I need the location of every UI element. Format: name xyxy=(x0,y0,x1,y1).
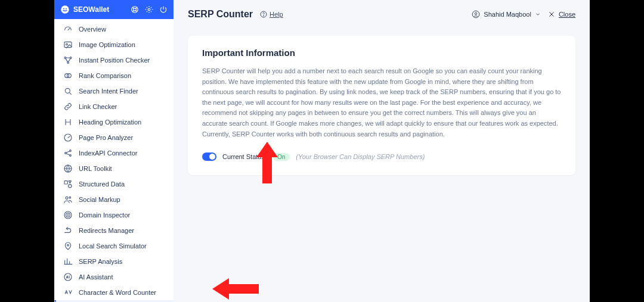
app-frame: SEOWallet OverviewImage OptimizationInst… xyxy=(54,0,590,302)
svg-point-13 xyxy=(65,88,70,93)
sidebar-item-label: Page Pro Analyzer xyxy=(79,134,133,141)
user-menu[interactable]: Shahid Maqbool xyxy=(472,10,541,18)
sidebar-item-label: Social Markup xyxy=(79,196,120,203)
sidebar-item-indexapi-connector[interactable]: IndexAPI Connector xyxy=(54,145,174,161)
svg-point-21 xyxy=(66,197,68,199)
sidebar-item-rank-comparison[interactable]: Rank Comparison xyxy=(54,68,174,83)
sidebar: SEOWallet OverviewImage OptimizationInst… xyxy=(54,0,174,302)
sidebar-item-label: Structured Data xyxy=(79,180,125,188)
close-button[interactable]: Close xyxy=(548,11,575,18)
sidebar-item-structured-data[interactable]: Structured Data xyxy=(54,176,174,192)
svg-point-2 xyxy=(66,8,67,10)
location-search-icon xyxy=(63,241,73,251)
svg-point-30 xyxy=(473,11,480,18)
sidebar-item-local-search-simulator[interactable]: Local Search Simulator xyxy=(54,238,174,254)
svg-point-20 xyxy=(69,185,72,188)
info-card: Important Information SERP Counter will … xyxy=(188,36,575,175)
sidebar-header-actions xyxy=(131,5,168,14)
main-pane: SERP Counter Help Shahid Maqbool Close I… xyxy=(174,0,590,302)
card-heading: Important Information xyxy=(202,48,561,58)
status-row: Current Status: On (Your Browser Can Dis… xyxy=(202,152,561,161)
sidebar-item-label: Search Intent Finder xyxy=(79,88,138,95)
close-icon xyxy=(548,11,555,18)
sidebar-item-label: SERP Analysis xyxy=(79,258,122,265)
status-toggle[interactable] xyxy=(202,152,216,161)
sidebar-item-label: URL Toolkit xyxy=(79,165,112,172)
svg-point-25 xyxy=(67,214,68,215)
svg-point-26 xyxy=(67,244,69,246)
sidebar-item-image-optimization[interactable]: Image Optimization xyxy=(54,37,174,52)
svg-point-4 xyxy=(134,8,137,11)
sidebar-item-label: Domain Inspector xyxy=(79,211,130,219)
speedometer-icon xyxy=(63,24,73,34)
status-hint: (Your Browser Can Display SERP Numbers) xyxy=(296,153,425,160)
status-pill: On xyxy=(273,153,290,161)
svg-point-23 xyxy=(64,211,72,219)
help-circle-icon xyxy=(260,11,267,18)
search-icon xyxy=(63,86,73,96)
share-icon xyxy=(63,148,73,158)
gear-icon[interactable] xyxy=(145,5,153,14)
sidebar-item-label: Heading Optimization xyxy=(79,119,141,126)
sidebar-item-domain-inspector[interactable]: Domain Inspector xyxy=(54,207,174,223)
svg-point-24 xyxy=(66,213,70,217)
help-label: Help xyxy=(270,11,283,18)
svg-point-1 xyxy=(63,8,64,10)
svg-point-22 xyxy=(69,197,71,198)
sidebar-item-link-checker[interactable]: Link Checker xyxy=(54,99,174,114)
sidebar-item-label: Character & Word Counter xyxy=(79,289,156,296)
sidebar-item-label: Rank Comparison xyxy=(79,72,131,79)
brand[interactable]: SEOWallet xyxy=(60,5,131,14)
svg-point-5 xyxy=(148,8,150,11)
help-link[interactable]: Help xyxy=(260,11,283,18)
svg-point-29 xyxy=(264,15,264,16)
power-icon[interactable] xyxy=(159,5,168,14)
sidebar-item-social-markup[interactable]: Social Markup xyxy=(54,192,174,207)
user-circle-icon xyxy=(472,10,480,18)
close-label: Close xyxy=(559,11,575,18)
svg-rect-19 xyxy=(64,181,67,184)
sidebar-item-character-word-counter[interactable]: Character & Word Counter xyxy=(54,285,174,300)
sidebar-item-search-intent-finder[interactable]: Search Intent Finder xyxy=(54,83,174,99)
chart-icon xyxy=(63,257,73,266)
redirect-icon xyxy=(63,226,73,235)
brand-name: SEOWallet xyxy=(73,5,109,14)
sidebar-item-overview[interactable]: Overview xyxy=(54,21,174,37)
sidebar-item-instant-position-checker[interactable]: Instant Position Checker xyxy=(54,52,174,68)
sidebar-item-url-toolkit[interactable]: URL Toolkit xyxy=(54,161,174,176)
network-icon xyxy=(63,55,73,65)
sidebar-item-label: Image Optimization xyxy=(79,41,135,48)
sidebar-item-label: Overview xyxy=(79,26,106,33)
image-icon xyxy=(63,40,73,49)
sidebar-item-serp-analysis[interactable]: SERP Analysis xyxy=(54,254,174,269)
rings-icon xyxy=(63,71,73,80)
svg-point-27 xyxy=(64,273,72,281)
sidebar-item-ai-assistant[interactable]: AI Assistant xyxy=(54,269,174,285)
brand-icon xyxy=(60,5,70,14)
svg-point-12 xyxy=(67,74,72,78)
page-title: SERP Counter xyxy=(188,9,253,20)
life-ring-icon[interactable] xyxy=(131,5,139,14)
svg-point-31 xyxy=(475,13,478,15)
link-icon xyxy=(63,102,73,111)
chevron-down-icon xyxy=(535,11,541,17)
sidebar-item-redirects-manager[interactable]: Redirects Manager xyxy=(54,223,174,238)
target-icon xyxy=(63,210,73,220)
sidebar-item-label: AI Assistant xyxy=(79,273,113,281)
sidebar-item-label: Redirects Manager xyxy=(79,227,134,234)
sidebar-item-label: Instant Position Checker xyxy=(79,57,150,64)
av-icon xyxy=(63,288,73,297)
ai-icon xyxy=(63,272,73,282)
heading-icon xyxy=(63,117,73,127)
svg-point-7 xyxy=(66,43,68,45)
sidebar-header: SEOWallet xyxy=(54,0,174,19)
globe-icon xyxy=(63,164,73,173)
people-icon xyxy=(63,195,73,204)
sidebar-item-label: Local Search Simulator xyxy=(79,242,147,250)
status-label: Current Status: xyxy=(222,153,267,160)
sidebar-item-heading-optimization[interactable]: Heading Optimization xyxy=(54,114,174,130)
topbar: SERP Counter Help Shahid Maqbool Close xyxy=(174,0,590,29)
user-name: Shahid Maqbool xyxy=(484,11,531,18)
shapes-icon xyxy=(63,179,73,189)
sidebar-item-page-pro-analyzer[interactable]: Page Pro Analyzer xyxy=(54,130,174,145)
